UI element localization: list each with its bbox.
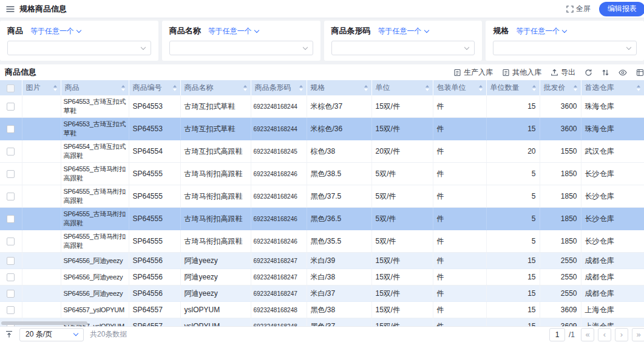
product-cell: SP64553_古琦互扣式草鞋 — [61, 118, 129, 140]
product-name-filter-select[interactable] — [169, 41, 313, 55]
horizontal-scrollbar[interactable] — [1, 321, 87, 325]
sort-icon[interactable] — [364, 85, 368, 91]
table-row[interactable]: SP64557_yslOPYUM SP64557 yslOPYUM 692324… — [0, 318, 644, 327]
filter-operator-dropdown[interactable]: 等于任意一个 — [516, 26, 566, 36]
column-header[interactable]: 首选仓库 — [581, 80, 644, 95]
row-checkbox[interactable] — [7, 273, 15, 281]
table-row[interactable]: SP64556_阿迪yeezy SP64556 阿迪yeezy 69232481… — [0, 269, 644, 286]
chevron-down-icon — [76, 27, 81, 32]
first-page-button[interactable]: « — [581, 328, 594, 341]
row-checkbox[interactable] — [7, 306, 15, 314]
fullscreen-button[interactable]: 全屏 — [566, 4, 591, 14]
filter-operator-label: 等于任意一个 — [30, 26, 74, 36]
sort-icon[interactable] — [121, 85, 125, 91]
sort-order-icon[interactable] — [602, 69, 609, 77]
table-row[interactable]: SP64556_阿迪yeezy SP64556 阿迪yeezy 69232481… — [0, 286, 644, 302]
column-header[interactable]: 图片 — [22, 80, 61, 95]
production-inbound-button[interactable]: 生产入库 — [453, 67, 493, 78]
column-header[interactable]: 商品名称 — [180, 80, 251, 95]
sort-icon[interactable] — [243, 85, 247, 91]
column-header[interactable]: 单位 — [371, 80, 433, 95]
unit-qty-cell: 5 — [486, 185, 540, 208]
spec-filter-select[interactable] — [493, 41, 637, 55]
filter-operator-dropdown[interactable]: 等于任意一个 — [208, 26, 259, 36]
column-header[interactable]: 商品 — [61, 80, 129, 95]
column-header[interactable]: 商品编号 — [129, 80, 180, 95]
package-unit-cell: 件 — [433, 118, 486, 140]
section-title: 商品信息 — [5, 67, 36, 78]
app-window: 规格商品信息 全屏 编辑报表 商品 等于任意一个 — [0, 0, 644, 342]
column-header[interactable]: 批发价 — [540, 80, 581, 95]
sort-icon[interactable] — [425, 85, 429, 91]
table-row[interactable]: SP64555_古琦马衔扣高跟鞋 SP64555 古琦马衔扣高跟鞋 692324… — [0, 163, 644, 185]
barcode-cell: 6923248168245 — [251, 140, 307, 163]
product-image-cell — [22, 302, 61, 318]
unit-cell: 15双/件 — [371, 302, 433, 318]
table-toolbar: 生产入库 其他入库 导出 — [453, 67, 644, 78]
product-name-cell: 古琦马衔扣高跟鞋 — [180, 230, 251, 253]
filter-operator-dropdown[interactable]: 等于任意一个 — [30, 26, 81, 36]
refresh-icon[interactable] — [585, 69, 592, 77]
select-all-checkbox[interactable] — [7, 84, 15, 92]
collapse-menu-icon[interactable] — [6, 5, 15, 13]
sort-icon[interactable] — [574, 85, 577, 91]
chevron-down-icon — [302, 44, 307, 49]
prev-page-button[interactable]: ‹ — [598, 328, 611, 341]
export-button[interactable]: 导出 — [551, 67, 575, 78]
unit-qty-cell: 5 — [486, 163, 540, 185]
row-checkbox[interactable] — [7, 103, 15, 111]
eye-icon[interactable] — [619, 69, 627, 76]
sort-icon[interactable] — [479, 85, 483, 91]
row-checkbox[interactable] — [7, 238, 15, 245]
next-page-button[interactable]: › — [615, 328, 628, 341]
table-row[interactable]: SP64555_古琦马衔扣高跟鞋 SP64555 古琦马衔扣高跟鞋 692324… — [0, 208, 644, 230]
edit-report-button[interactable]: 编辑报表 — [599, 2, 644, 16]
table-row[interactable]: SP64553_古琦互扣式草鞋 SP64553 古琦互扣式草鞋 69232481… — [0, 95, 644, 118]
table-row[interactable]: SP64555_古琦马衔扣高跟鞋 SP64555 古琦马衔扣高跟鞋 692324… — [0, 185, 644, 208]
unit-qty-cell: 15 — [486, 286, 540, 302]
sort-icon[interactable] — [299, 85, 303, 91]
table-row[interactable]: SP64556_阿迪yeezy SP64556 阿迪yeezy 69232481… — [0, 253, 644, 269]
filter-label: 规格 — [493, 26, 509, 36]
last-page-button[interactable]: » — [632, 328, 644, 341]
column-header[interactable]: 单位数量 — [486, 80, 540, 95]
sort-icon[interactable] — [173, 85, 177, 91]
row-checkbox[interactable] — [7, 170, 15, 178]
other-inbound-button[interactable]: 其他入库 — [502, 67, 541, 78]
page-number-input[interactable] — [549, 328, 565, 341]
row-checkbox[interactable] — [7, 193, 15, 200]
barcode-filter-select[interactable] — [331, 41, 475, 55]
filter-operator-dropdown[interactable]: 等于任意一个 — [378, 26, 429, 36]
unit-cell: 5双/件 — [371, 185, 433, 208]
warehouse-cell: 珠海仓库 — [581, 118, 644, 140]
column-label: 包装单位 — [437, 83, 466, 93]
unit-cell: 15双/件 — [371, 286, 433, 302]
page-size-select[interactable]: 20 条/页 — [19, 328, 84, 341]
product-filter-select[interactable] — [7, 41, 151, 55]
filter-operator-label: 等于任意一个 — [208, 26, 252, 36]
filter-card-barcode: 商品条形码 等于任意一个 — [324, 21, 483, 61]
column-header[interactable]: 商品条形码 — [251, 80, 307, 95]
table-row[interactable]: SP64554_古琦互扣式高跟鞋 SP64554 古琦互扣式高跟鞋 692324… — [0, 140, 644, 163]
spec-cell: 棕色/38 — [307, 140, 371, 163]
table-row[interactable]: SP64553_古琦互扣式草鞋 SP64553 古琦互扣式草鞋 69232481… — [0, 118, 644, 140]
table-row[interactable]: SP64555_古琦马衔扣高跟鞋 SP64555 古琦马衔扣高跟鞋 692324… — [0, 230, 644, 253]
sort-icon[interactable] — [637, 85, 640, 91]
product-code-cell: SP64557 — [129, 318, 180, 327]
unit-cell: 15双/件 — [371, 95, 433, 118]
table-section-bar: 商品信息 生产入库 其他入库 导出 — [0, 64, 644, 80]
row-checkbox[interactable] — [7, 290, 15, 298]
row-checkbox[interactable] — [7, 125, 15, 133]
column-header[interactable]: 包装单位 — [433, 80, 486, 95]
back-to-top-icon[interactable] — [5, 330, 13, 338]
row-checkbox[interactable] — [7, 257, 15, 265]
column-header[interactable]: 规格 — [307, 80, 371, 95]
row-checkbox[interactable] — [7, 215, 15, 223]
table-row[interactable]: SP64557_yslOPYUM SP64557 yslOPYUM 692324… — [0, 302, 644, 318]
product-image-cell — [22, 230, 61, 253]
filter-operator-label: 等于任意一个 — [516, 26, 560, 36]
row-checkbox[interactable] — [7, 148, 15, 156]
sort-icon[interactable] — [53, 85, 57, 91]
column-settings-icon[interactable] — [636, 69, 644, 77]
sort-icon[interactable] — [532, 85, 536, 91]
